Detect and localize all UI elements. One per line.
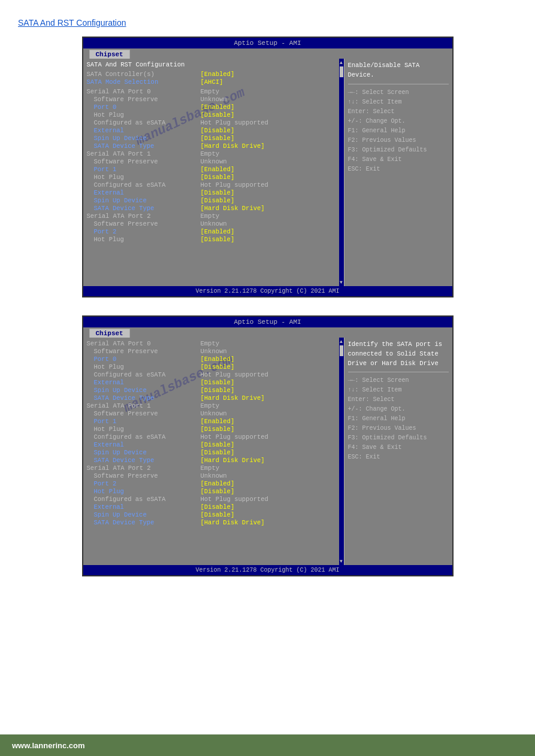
row-port2: Port 2 [Enabled] bbox=[87, 228, 340, 235]
footer-url: www.lannerinc.com bbox=[12, 741, 85, 750]
sidebar-shortcuts-2: →←: Select Screen ↑↓: Select Item Enter:… bbox=[348, 376, 449, 462]
port0b-title-label: Serial ATA Port 0 bbox=[87, 340, 201, 347]
bios-tab-chipset-2[interactable]: Chipset bbox=[89, 329, 130, 338]
page-title[interactable]: SATA And RST Configuration bbox=[18, 18, 535, 28]
port1-hotplug-value: [Disable] bbox=[201, 174, 340, 181]
port0-sw-label: Software Preserve bbox=[87, 96, 201, 103]
row-sata-controller: SATA Controller(s) [Enabled] bbox=[87, 71, 340, 78]
port1-devtype-value: [Hard Disk Drive] bbox=[201, 205, 340, 212]
port0-ext-value: [Disable] bbox=[201, 127, 340, 134]
port2-sw-value: Unknown bbox=[201, 220, 340, 227]
port1-value: [Enabled] bbox=[201, 166, 340, 173]
port1-spinup-label: Spin Up Device bbox=[87, 197, 201, 204]
port0b-spinup-value: [Disable] bbox=[201, 387, 340, 394]
row-port2-sw: Software Preserve Unknown bbox=[87, 220, 340, 227]
port0b-ext-value: [Disable] bbox=[201, 379, 340, 386]
section-title-label-1: SATA And RST Configuration bbox=[87, 61, 201, 68]
footer-bar: www.lannerinc.com bbox=[0, 734, 535, 756]
row2-port2-devtype: SATA Device Type [Hard Disk Drive] bbox=[87, 519, 340, 526]
port0b-esata-label: Configured as eSATA bbox=[87, 371, 201, 378]
row2-port1-hotplug: Hot Plug [Disable] bbox=[87, 426, 340, 433]
row2-port0-devtype: SATA Device Type [Hard Disk Drive] bbox=[87, 394, 340, 402]
port0-value: [Enabled] bbox=[201, 104, 340, 111]
row2-port0-hotplug: Hot Plug [Disable] bbox=[87, 363, 340, 371]
port0b-title-value: Empty bbox=[201, 340, 340, 347]
row2-port1-devtype: SATA Device Type [Hard Disk Drive] bbox=[87, 457, 340, 464]
port1-title-value: Empty bbox=[201, 150, 340, 157]
port2b-hotplug-label: Hot Plug bbox=[87, 488, 201, 495]
port2-hotplug-value: [Disable] bbox=[201, 236, 340, 243]
port2b-title-label: Serial ATA Port 2 bbox=[87, 464, 201, 472]
row2-port0-sw: Software Preserve Unknown bbox=[87, 348, 340, 355]
row2-port1-sw: Software Preserve Unknown bbox=[87, 410, 340, 417]
port0b-hotplug-value: [Disable] bbox=[201, 363, 340, 371]
sata-mode-value: [AHCI] bbox=[201, 78, 340, 86]
row2-port2-title: Serial ATA Port 2 Empty bbox=[87, 464, 340, 472]
bios-body-1: ▲ ▼ SATA And RST Configuration SATA Cont… bbox=[83, 59, 452, 286]
row2-port1-title: Serial ATA Port 1 Empty bbox=[87, 402, 340, 409]
port0b-sw-label: Software Preserve bbox=[87, 348, 201, 355]
row2-port2-sw: Software Preserve Unknown bbox=[87, 472, 340, 479]
port0b-esata-value: Hot Plug supported bbox=[201, 371, 340, 378]
port1-esata-value: Hot Plug supported bbox=[201, 181, 340, 189]
port0-esata-label: Configured as eSATA bbox=[87, 119, 201, 126]
port1b-esata-label: Configured as eSATA bbox=[87, 433, 201, 441]
port0-label: Port 0 bbox=[87, 104, 201, 111]
port2-value: [Enabled] bbox=[201, 228, 340, 235]
row2-port2-spinup: Spin Up Device [Disable] bbox=[87, 511, 340, 518]
bios-header-1: Aptio Setup - AMI bbox=[83, 38, 452, 48]
row-port1-sw: Software Preserve Unknown bbox=[87, 158, 340, 165]
port2b-devtype-label: SATA Device Type bbox=[87, 519, 201, 526]
port0-sw-value: Unknown bbox=[201, 96, 340, 103]
port0-devtype-label: SATA Device Type bbox=[87, 142, 201, 150]
port1-ext-label: External bbox=[87, 189, 201, 196]
sidebar-help-2: Identify the SATA port is connected to S… bbox=[348, 340, 449, 368]
port2b-value: [Enabled] bbox=[201, 480, 340, 487]
row2-port1: Port 1 [Enabled] bbox=[87, 418, 340, 425]
port2b-esata-value: Hot Plug supported bbox=[201, 496, 340, 503]
bios-sidebar-1: Enable/Disable SATA Device. →←: Select S… bbox=[344, 59, 452, 286]
port2b-hotplug-value: [Disable] bbox=[201, 488, 340, 495]
port0-title-value: Empty bbox=[201, 88, 340, 95]
bios-sidebar-2: Identify the SATA port is connected to S… bbox=[344, 338, 452, 565]
row2-port0-esata: Configured as eSATA Hot Plug supported bbox=[87, 371, 340, 378]
bios-tab-bar-1: Chipset bbox=[83, 48, 452, 59]
section-title-value-1 bbox=[201, 61, 340, 68]
row2-port0-spinup: Spin Up Device [Disable] bbox=[87, 387, 340, 394]
port0-esata-value: Hot Plug supported bbox=[201, 119, 340, 126]
bios-main-1: ▲ ▼ SATA And RST Configuration SATA Cont… bbox=[83, 59, 344, 286]
scrollbar-2[interactable]: ▲ ▼ bbox=[339, 338, 344, 565]
row-port1-title: Serial ATA Port 1 Empty bbox=[87, 150, 340, 157]
port1b-esata-value: Hot Plug supported bbox=[201, 433, 340, 441]
port2-title-value: Empty bbox=[201, 212, 340, 220]
port1b-ext-value: [Disable] bbox=[201, 441, 340, 448]
sata-controller-value: [Enabled] bbox=[201, 71, 340, 78]
port0-spinup-value: [Disable] bbox=[201, 135, 340, 142]
port1-title-label: Serial ATA Port 1 bbox=[87, 150, 201, 157]
row-port1-esata: Configured as eSATA Hot Plug supported bbox=[87, 181, 340, 189]
row2-port2: Port 2 [Enabled] bbox=[87, 480, 340, 487]
row-port0-sw: Software Preserve Unknown bbox=[87, 96, 340, 103]
scrollbar-1[interactable]: ▲ ▼ bbox=[339, 59, 344, 286]
port2b-spinup-value: [Disable] bbox=[201, 511, 340, 518]
port1b-value: [Enabled] bbox=[201, 418, 340, 425]
port0b-spinup-label: Spin Up Device bbox=[87, 387, 201, 394]
port2-hotplug-label: Hot Plug bbox=[87, 236, 201, 243]
bios-body-2: ▲ ▼ Serial ATA Port 0 Empty Software Pre… bbox=[83, 338, 452, 565]
bios-tab-chipset-1[interactable]: Chipset bbox=[89, 50, 130, 59]
port2b-ext-label: External bbox=[87, 503, 201, 511]
row-port0-esata: Configured as eSATA Hot Plug supported bbox=[87, 119, 340, 126]
sidebar-divider-1 bbox=[348, 84, 449, 84]
port2-title-label: Serial ATA Port 2 bbox=[87, 212, 201, 220]
port1b-spinup-value: [Disable] bbox=[201, 449, 340, 456]
port1b-ext-label: External bbox=[87, 441, 201, 448]
row-port1-spinup: Spin Up Device [Disable] bbox=[87, 197, 340, 204]
sidebar-divider-2 bbox=[348, 372, 449, 372]
port2b-title-value: Empty bbox=[201, 464, 340, 472]
port0-hotplug-value: [Disable] bbox=[201, 111, 340, 119]
bios-header-2: Aptio Setup - AMI bbox=[83, 317, 452, 327]
port0b-value: [Enabled] bbox=[201, 356, 340, 363]
row-port0: Port 0 [Enabled] bbox=[87, 104, 340, 111]
port1-devtype-label: SATA Device Type bbox=[87, 205, 201, 212]
row-port1-hotplug: Hot Plug [Disable] bbox=[87, 174, 340, 181]
